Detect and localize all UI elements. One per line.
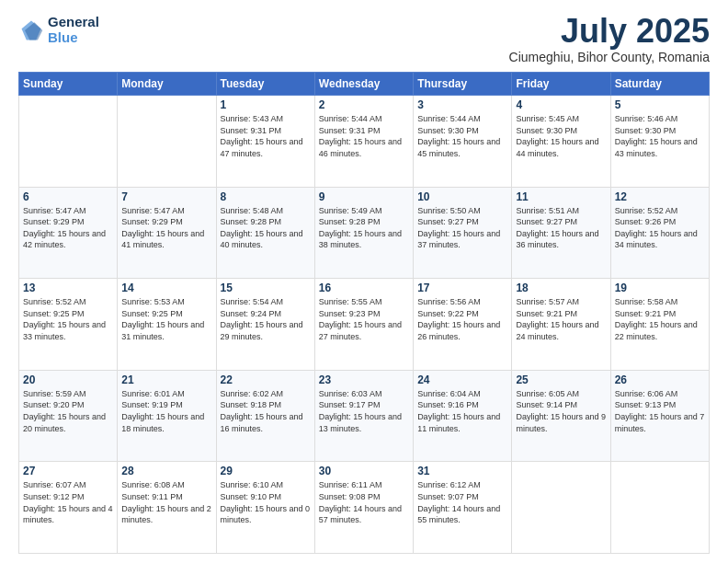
col-friday: Friday [512, 73, 610, 96]
cell-w2-d6: 11Sunrise: 5:51 AMSunset: 9:27 PMDayligh… [512, 187, 610, 279]
day-info: Sunrise: 5:56 AMSunset: 9:22 PMDaylight:… [417, 296, 507, 342]
day-info: Sunrise: 6:12 AMSunset: 9:07 PMDaylight:… [417, 479, 507, 525]
day-number: 29 [221, 465, 311, 477]
day-info: Sunrise: 6:01 AMSunset: 9:19 PMDaylight:… [121, 388, 211, 434]
cell-w4-d1: 20Sunrise: 5:59 AMSunset: 9:20 PMDayligh… [19, 370, 118, 462]
day-info: Sunrise: 5:59 AMSunset: 9:20 PMDaylight:… [23, 388, 113, 434]
cell-w4-d5: 24Sunrise: 6:04 AMSunset: 9:16 PMDayligh… [414, 370, 512, 462]
cell-w3-d3: 15Sunrise: 5:54 AMSunset: 9:24 PMDayligh… [216, 279, 314, 371]
day-info: Sunrise: 5:46 AMSunset: 9:30 PMDaylight:… [615, 113, 705, 159]
col-thursday: Thursday [414, 73, 512, 96]
cell-w4-d6: 25Sunrise: 6:05 AMSunset: 9:14 PMDayligh… [512, 370, 610, 462]
day-number: 11 [516, 190, 606, 203]
cell-w5-d1: 27Sunrise: 6:07 AMSunset: 9:12 PMDayligh… [19, 462, 118, 554]
day-number: 7 [121, 190, 211, 203]
day-info: Sunrise: 5:58 AMSunset: 9:21 PMDaylight:… [615, 296, 705, 342]
day-number: 27 [23, 465, 113, 477]
cell-w5-d3: 29Sunrise: 6:10 AMSunset: 9:10 PMDayligh… [216, 462, 314, 554]
day-info: Sunrise: 6:06 AMSunset: 9:13 PMDaylight:… [615, 388, 705, 434]
cell-w4-d4: 23Sunrise: 6:03 AMSunset: 9:17 PMDayligh… [314, 370, 413, 462]
cell-w3-d5: 17Sunrise: 5:56 AMSunset: 9:22 PMDayligh… [414, 279, 512, 371]
week-row-4: 20Sunrise: 5:59 AMSunset: 9:20 PMDayligh… [19, 370, 710, 462]
day-info: Sunrise: 6:04 AMSunset: 9:16 PMDaylight:… [417, 388, 507, 434]
day-info: Sunrise: 5:45 AMSunset: 9:30 PMDaylight:… [516, 113, 606, 159]
day-number: 28 [121, 465, 211, 477]
day-info: Sunrise: 6:05 AMSunset: 9:14 PMDaylight:… [516, 388, 606, 434]
cell-w5-d7 [610, 462, 709, 554]
cell-w3-d1: 13Sunrise: 5:52 AMSunset: 9:25 PMDayligh… [19, 279, 118, 371]
week-row-1: 1Sunrise: 5:43 AMSunset: 9:31 PMDaylight… [19, 96, 710, 188]
day-number: 23 [319, 373, 409, 386]
logo: General Blue [18, 15, 99, 45]
cell-w3-d4: 16Sunrise: 5:55 AMSunset: 9:23 PMDayligh… [314, 279, 413, 371]
month-year: July 2025 [509, 15, 710, 48]
title-block: July 2025 Ciumeghiu, Bihor County, Roman… [509, 15, 710, 64]
day-number: 30 [319, 465, 409, 477]
cell-w5-d5: 31Sunrise: 6:12 AMSunset: 9:07 PMDayligh… [414, 462, 512, 554]
cell-w4-d2: 21Sunrise: 6:01 AMSunset: 9:19 PMDayligh… [118, 370, 216, 462]
day-info: Sunrise: 5:44 AMSunset: 9:31 PMDaylight:… [319, 113, 409, 159]
cell-w2-d1: 6Sunrise: 5:47 AMSunset: 9:29 PMDaylight… [19, 187, 118, 279]
week-row-2: 6Sunrise: 5:47 AMSunset: 9:29 PMDaylight… [19, 187, 710, 279]
cell-w5-d2: 28Sunrise: 6:08 AMSunset: 9:11 PMDayligh… [118, 462, 216, 554]
day-info: Sunrise: 6:11 AMSunset: 9:08 PMDaylight:… [319, 479, 409, 525]
cell-w1-d3: 1Sunrise: 5:43 AMSunset: 9:31 PMDaylight… [216, 96, 314, 188]
day-number: 20 [23, 373, 113, 386]
day-number: 19 [615, 282, 705, 294]
day-number: 15 [221, 282, 311, 294]
day-number: 24 [417, 373, 507, 386]
cell-w4-d3: 22Sunrise: 6:02 AMSunset: 9:18 PMDayligh… [216, 370, 314, 462]
day-info: Sunrise: 5:47 AMSunset: 9:29 PMDaylight:… [23, 205, 113, 251]
day-number: 26 [615, 373, 705, 386]
week-row-5: 27Sunrise: 6:07 AMSunset: 9:12 PMDayligh… [19, 462, 710, 554]
header: General Blue July 2025 Ciumeghiu, Bihor … [18, 15, 710, 64]
day-info: Sunrise: 5:47 AMSunset: 9:29 PMDaylight:… [121, 205, 211, 251]
day-info: Sunrise: 5:52 AMSunset: 9:25 PMDaylight:… [23, 296, 113, 342]
day-info: Sunrise: 6:03 AMSunset: 9:17 PMDaylight:… [319, 388, 409, 434]
day-number: 18 [516, 282, 606, 294]
page: General Blue July 2025 Ciumeghiu, Bihor … [0, 0, 728, 563]
calendar-table: Sunday Monday Tuesday Wednesday Thursday… [18, 72, 710, 554]
col-tuesday: Tuesday [216, 73, 314, 96]
cell-w5-d6 [512, 462, 610, 554]
cell-w3-d6: 18Sunrise: 5:57 AMSunset: 9:21 PMDayligh… [512, 279, 610, 371]
cell-w2-d5: 10Sunrise: 5:50 AMSunset: 9:27 PMDayligh… [414, 187, 512, 279]
day-info: Sunrise: 6:02 AMSunset: 9:18 PMDaylight:… [221, 388, 311, 434]
cell-w1-d2 [118, 96, 216, 188]
cell-w1-d4: 2Sunrise: 5:44 AMSunset: 9:31 PMDaylight… [314, 96, 413, 188]
location: Ciumeghiu, Bihor County, Romania [509, 50, 710, 64]
cell-w3-d7: 19Sunrise: 5:58 AMSunset: 9:21 PMDayligh… [610, 279, 709, 371]
day-info: Sunrise: 5:55 AMSunset: 9:23 PMDaylight:… [319, 296, 409, 342]
day-number: 25 [516, 373, 606, 386]
day-number: 10 [417, 190, 507, 203]
logo-icon [18, 17, 44, 43]
day-info: Sunrise: 6:07 AMSunset: 9:12 PMDaylight:… [23, 479, 113, 525]
day-number: 5 [615, 98, 705, 111]
day-number: 6 [23, 190, 113, 203]
day-number: 13 [23, 282, 113, 294]
col-wednesday: Wednesday [314, 73, 413, 96]
week-row-3: 13Sunrise: 5:52 AMSunset: 9:25 PMDayligh… [19, 279, 710, 371]
cell-w2-d2: 7Sunrise: 5:47 AMSunset: 9:29 PMDaylight… [118, 187, 216, 279]
day-number: 14 [121, 282, 211, 294]
day-number: 12 [615, 190, 705, 203]
day-info: Sunrise: 5:53 AMSunset: 9:25 PMDaylight:… [121, 296, 211, 342]
day-number: 2 [319, 98, 409, 111]
day-number: 16 [319, 282, 409, 294]
cell-w2-d3: 8Sunrise: 5:48 AMSunset: 9:28 PMDaylight… [216, 187, 314, 279]
day-number: 31 [417, 465, 507, 477]
logo-text: General Blue [48, 15, 99, 45]
day-number: 3 [417, 98, 507, 111]
day-info: Sunrise: 6:08 AMSunset: 9:11 PMDaylight:… [121, 479, 211, 525]
cell-w1-d1 [19, 96, 118, 188]
cell-w2-d7: 12Sunrise: 5:52 AMSunset: 9:26 PMDayligh… [610, 187, 709, 279]
day-info: Sunrise: 5:48 AMSunset: 9:28 PMDaylight:… [221, 205, 311, 251]
day-info: Sunrise: 5:44 AMSunset: 9:30 PMDaylight:… [417, 113, 507, 159]
col-monday: Monday [118, 73, 216, 96]
cell-w1-d6: 4Sunrise: 5:45 AMSunset: 9:30 PMDaylight… [512, 96, 610, 188]
day-number: 8 [221, 190, 311, 203]
day-number: 1 [221, 98, 311, 111]
cell-w1-d5: 3Sunrise: 5:44 AMSunset: 9:30 PMDaylight… [414, 96, 512, 188]
col-saturday: Saturday [610, 73, 709, 96]
day-number: 22 [221, 373, 311, 386]
